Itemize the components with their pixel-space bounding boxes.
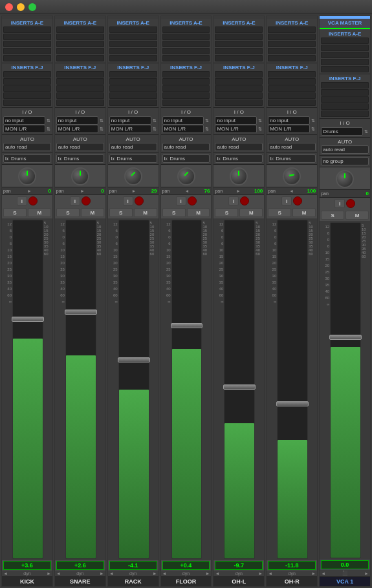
fader-handle[interactable]	[171, 323, 203, 328]
record-arm-button[interactable]	[82, 196, 91, 205]
fader-handle[interactable]	[12, 317, 44, 322]
insert-slot-ae-4[interactable]	[56, 55, 104, 61]
input-monitor-button[interactable]: I	[334, 199, 345, 208]
insert-slot-ae-0[interactable]	[3, 26, 51, 33]
fader-track[interactable]	[277, 220, 308, 559]
insert-slot-fj-2[interactable]	[109, 85, 157, 92]
insert-slot-fj-2[interactable]	[321, 96, 369, 103]
insert-slot-fj-3[interactable]	[321, 103, 369, 110]
fader-track[interactable]	[118, 220, 149, 559]
insert-slot-ae-0[interactable]	[215, 26, 263, 33]
insert-slot-ae-3[interactable]	[321, 59, 369, 65]
insert-slot-ae-0[interactable]	[268, 26, 316, 33]
record-arm-button[interactable]	[346, 199, 355, 208]
dyn-next-icon[interactable]: ►	[206, 571, 210, 576]
record-arm-button[interactable]	[293, 196, 302, 205]
group-select[interactable]: no group	[321, 157, 369, 165]
auto-mode-select[interactable]: auto read	[109, 143, 157, 151]
insert-slot-ae-0[interactable]	[321, 37, 369, 44]
output-select[interactable]: MON L/R	[109, 125, 151, 133]
record-arm-button[interactable]	[135, 196, 144, 205]
record-arm-button[interactable]	[240, 196, 249, 205]
dyn-next-icon[interactable]: ►	[258, 571, 263, 576]
auto-mode-select[interactable]: auto read	[321, 145, 369, 154]
input-select[interactable]: no input	[268, 116, 310, 125]
mute-button[interactable]: M	[292, 208, 316, 217]
insert-slot-fj-1[interactable]	[109, 78, 157, 85]
insert-slot-ae-3[interactable]	[162, 48, 210, 54]
insert-slot-fj-1[interactable]	[321, 89, 369, 96]
dynamics-label[interactable]: dyn	[8, 571, 46, 576]
insert-slot-ae-1[interactable]	[3, 34, 51, 40]
dynamics-label[interactable]: ⬛	[326, 571, 364, 576]
fader-handle[interactable]	[118, 357, 150, 362]
pan-knob[interactable]	[336, 170, 354, 188]
insert-slot-fj-3[interactable]	[268, 92, 316, 99]
record-arm-button[interactable]	[188, 196, 197, 205]
insert-slot-fj-4[interactable]	[215, 100, 263, 106]
dynamics-label[interactable]: dyn	[220, 571, 257, 576]
dyn-prev-icon[interactable]: ◄	[321, 571, 325, 576]
fader-track[interactable]	[171, 220, 202, 559]
group-select[interactable]: b: Drums	[268, 154, 316, 163]
insert-slot-ae-2[interactable]	[56, 41, 104, 47]
insert-slot-ae-1[interactable]	[321, 45, 369, 51]
solo-button[interactable]: S	[3, 208, 27, 217]
group-select[interactable]: b: Drums	[162, 154, 210, 163]
insert-slot-fj-2[interactable]	[162, 85, 210, 92]
insert-slot-ae-2[interactable]	[215, 41, 263, 47]
insert-slot-ae-0[interactable]	[109, 26, 157, 33]
pan-knob[interactable]	[71, 167, 89, 185]
input-monitor-button[interactable]: I	[228, 196, 239, 205]
pan-knob[interactable]	[18, 167, 36, 185]
output-select[interactable]: MON L/R	[162, 125, 204, 133]
record-arm-button[interactable]	[28, 196, 38, 205]
insert-slot-fj-1[interactable]	[215, 78, 263, 85]
insert-slot-ae-1[interactable]	[268, 34, 316, 40]
solo-button[interactable]: S	[162, 208, 186, 217]
output-select[interactable]: MON L/R	[268, 125, 310, 133]
insert-slot-fj-3[interactable]	[215, 92, 263, 99]
insert-slot-fj-2[interactable]	[3, 85, 51, 92]
insert-slot-fj-1[interactable]	[3, 78, 51, 85]
insert-slot-ae-4[interactable]	[268, 55, 316, 61]
dyn-prev-icon[interactable]: ◄	[162, 571, 167, 576]
maximize-button[interactable]	[28, 3, 36, 11]
group-select[interactable]: b: Drums	[56, 154, 104, 163]
insert-slot-fj-0[interactable]	[268, 71, 316, 78]
dynamics-label[interactable]: dyn	[168, 571, 205, 576]
insert-slot-fj-1[interactable]	[162, 78, 210, 85]
dynamics-label[interactable]: dyn	[273, 571, 311, 576]
insert-slot-fj-0[interactable]	[162, 71, 210, 78]
dyn-next-icon[interactable]: ►	[311, 571, 316, 576]
group-select[interactable]: b: Drums	[109, 154, 157, 163]
insert-slot-ae-4[interactable]	[3, 55, 51, 61]
insert-slot-fj-3[interactable]	[3, 92, 51, 99]
auto-mode-select[interactable]: auto read	[3, 143, 51, 151]
dyn-prev-icon[interactable]: ◄	[56, 571, 61, 576]
minimize-button[interactable]	[17, 3, 25, 11]
insert-slot-ae-1[interactable]	[215, 34, 263, 40]
insert-slot-ae-1[interactable]	[109, 34, 157, 40]
mute-button[interactable]: M	[345, 211, 369, 220]
auto-mode-select[interactable]: auto read	[162, 143, 210, 151]
dyn-prev-icon[interactable]: ◄	[109, 571, 114, 576]
input-select[interactable]: no input	[162, 116, 204, 125]
dyn-next-icon[interactable]: ►	[100, 571, 104, 576]
fader-handle[interactable]	[329, 335, 362, 340]
fader-handle[interactable]	[276, 401, 309, 406]
fader-track[interactable]	[330, 222, 361, 558]
insert-slot-ae-2[interactable]	[162, 41, 210, 47]
output-select[interactable]: MON L/R	[56, 125, 98, 133]
insert-slot-fj-0[interactable]	[321, 82, 369, 89]
dyn-next-icon[interactable]: ►	[153, 571, 157, 576]
insert-slot-fj-2[interactable]	[215, 85, 263, 92]
mute-button[interactable]: M	[239, 208, 263, 217]
mute-button[interactable]: M	[81, 208, 104, 217]
auto-mode-select[interactable]: auto read	[56, 143, 104, 151]
insert-slot-ae-2[interactable]	[321, 52, 369, 58]
fader-track[interactable]	[224, 220, 255, 559]
insert-slot-ae-4[interactable]	[215, 55, 263, 61]
pan-knob[interactable]	[124, 167, 142, 185]
insert-slot-ae-3[interactable]	[109, 48, 157, 54]
